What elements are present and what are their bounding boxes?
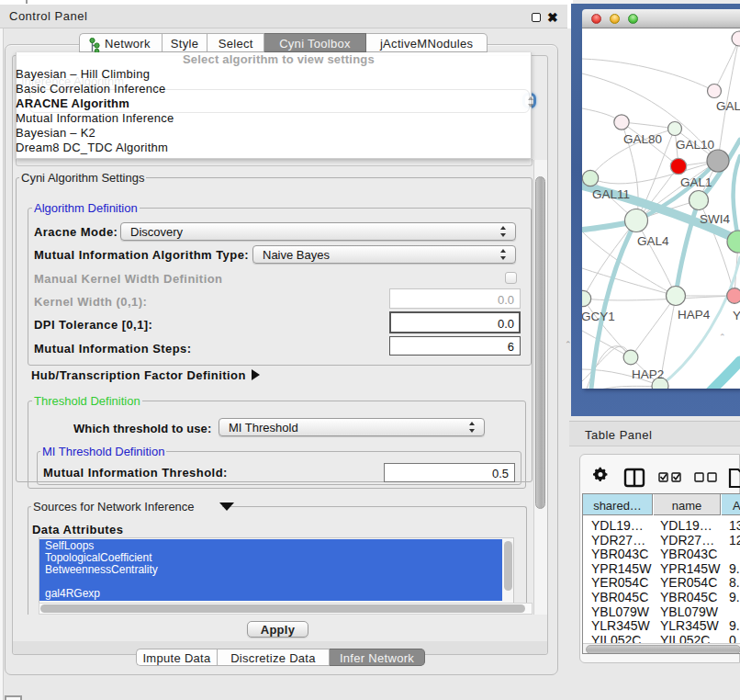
svg-text:GAL1: GAL1 [680,175,712,189]
svg-text:GCY1: GCY1 [582,310,615,323]
svg-text:GAL4: GAL4 [637,234,669,248]
svg-text:GAL10: GAL10 [676,138,714,152]
svg-text:HAP4: HAP4 [678,308,711,322]
svg-text:HAP2: HAP2 [632,367,664,381]
svg-text:GAL11: GAL11 [592,187,630,201]
svg-text:GAL80: GAL80 [623,132,662,146]
svg-text:YM: YM [733,309,740,322]
svg-text:GAL8: GAL8 [716,99,740,113]
svg-text:SWI4: SWI4 [700,212,730,226]
